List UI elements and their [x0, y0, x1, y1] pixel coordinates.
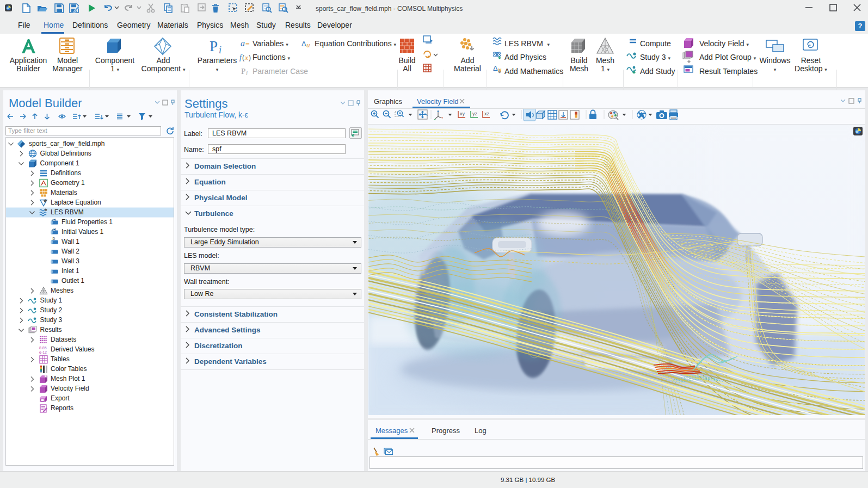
svg-text:=: = [245, 40, 250, 48]
svg-text:(: ( [242, 54, 244, 61]
svg-text:): ) [249, 54, 251, 61]
svg-text:e-12: e-12 [39, 350, 47, 354]
svg-text:i: i [246, 70, 248, 76]
svg-text:D: D [53, 218, 56, 221]
svg-text:Δ: Δ [301, 40, 306, 48]
svg-text:i: i [219, 45, 221, 55]
svg-text:P: P [210, 38, 218, 54]
svg-text:D: D [53, 237, 56, 240]
svg-text:D: D [53, 228, 56, 231]
svg-text:xy: xy [460, 111, 465, 116]
svg-text:a: a [241, 39, 245, 48]
svg-text:u: u [306, 41, 310, 49]
svg-text:x: x [244, 53, 248, 61]
svg-text:yz: yz [472, 111, 478, 116]
svg-text:xz: xz [484, 111, 490, 116]
svg-text:P: P [241, 67, 245, 76]
svg-text:Δ: Δ [493, 64, 498, 72]
svg-text:8.85: 8.85 [39, 346, 47, 350]
